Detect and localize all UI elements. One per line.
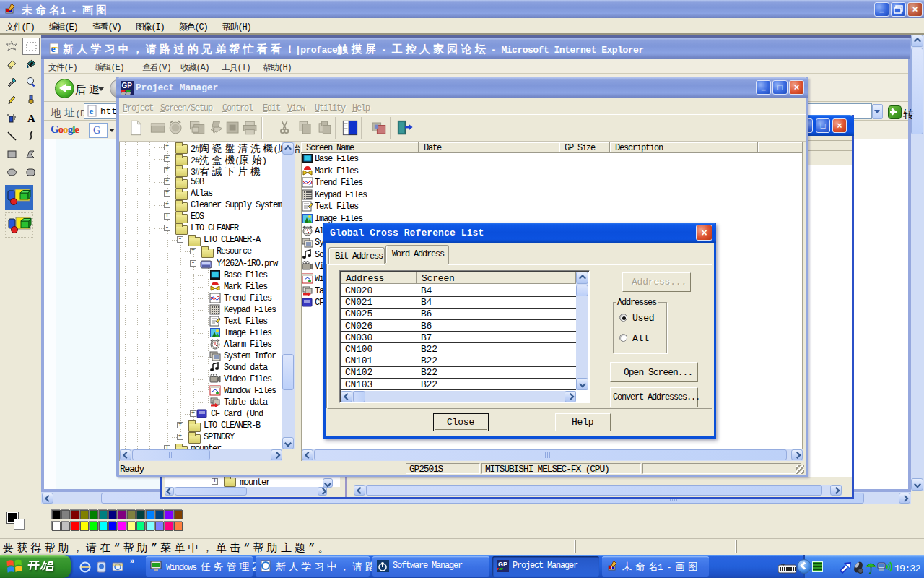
svg-text:GP: GP <box>498 561 507 568</box>
svg-text:A: A <box>27 113 35 124</box>
svg-text:GP: GP <box>122 82 133 90</box>
svg-text:e: e <box>90 105 94 116</box>
svg-text:e: e <box>51 43 56 54</box>
